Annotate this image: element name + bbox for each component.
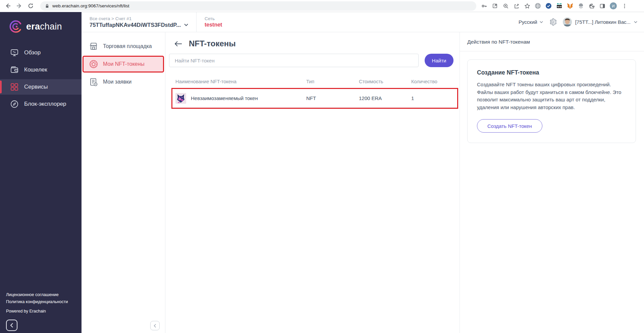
grid-icon (10, 83, 19, 91)
lock-icon (45, 4, 49, 8)
sidebar-footer: Лицензионное соглашение Политика конфиде… (0, 292, 82, 333)
address-bar[interactable]: web.erachain.org:9067/services/nft/list (40, 1, 476, 11)
browser-menu-icon[interactable] (621, 3, 628, 9)
arrow-left-icon (174, 41, 182, 47)
create-nft-card: Создание NFT-токена Создавайте NFT токен… (467, 59, 636, 143)
table-row[interactable]: Невзаимозаменяемый токен NFT 1200 ERA 1 (172, 89, 457, 108)
key-icon[interactable] (481, 3, 487, 9)
user-name: [75TT...] Литовкин Вас... (575, 19, 631, 25)
browser-forward-icon[interactable] (15, 2, 23, 10)
browser-back-icon[interactable] (3, 2, 12, 10)
col-header-type: Тип (306, 79, 359, 84)
submenu-item-my-nft[interactable]: Мои NFT-токены (84, 57, 163, 72)
submenu-item-label: Торговая площадка (103, 43, 152, 49)
sidebar-collapse-button[interactable] (6, 320, 17, 331)
chevron-down-icon (634, 21, 637, 23)
sidebar-item-wallet[interactable]: Кошелек (0, 62, 82, 78)
sidebar-item-label: Блок-эксплорер (24, 101, 66, 107)
page-title: NFT-токены (189, 39, 236, 48)
breadcrumb: Все счета > Счет #1 (90, 16, 188, 21)
monitor-icon (10, 48, 19, 57)
submenu-collapse-button[interactable] (150, 321, 160, 330)
user-menu[interactable]: [75TT...] Литовкин Вас... (563, 17, 637, 27)
sidebar-item-label: Кошелек (24, 66, 47, 73)
gear-icon[interactable] (549, 18, 557, 26)
nft-qty: 1 (411, 95, 457, 101)
account-selector[interactable]: Все счета > Счет #1 75TTuffapNKAv44DiWTS… (90, 16, 188, 28)
license-link[interactable]: Лицензионное соглашение (6, 292, 75, 297)
table-header: Наименование NFT-токена Тип Стоимость Ко… (172, 79, 457, 89)
puzzle-icon[interactable] (588, 3, 595, 9)
card-text: Создавайте NFT токены ваших цифровых про… (477, 81, 626, 111)
language-selector[interactable]: Русский (519, 19, 543, 25)
account-address: 75TTuffapNKAv44DiWTS3FDstdP... (90, 22, 181, 28)
nft-type: NFT (306, 95, 359, 101)
submenu-item-marketplace[interactable]: Торговая площадка (84, 39, 163, 54)
chevron-left-icon (154, 324, 156, 328)
nft-thumbnail (175, 93, 186, 104)
sidebar-item-label: Обзор (24, 49, 41, 56)
browser-profile-avatar[interactable]: И (610, 2, 617, 9)
user-avatar (563, 17, 572, 27)
erachain-logo-icon (9, 19, 23, 34)
metamask-icon[interactable] (567, 3, 573, 9)
check-badge-icon[interactable] (545, 3, 552, 9)
back-button[interactable] (174, 41, 182, 47)
browser-extensions-row: NEW И (481, 2, 629, 9)
star-icon[interactable] (524, 3, 530, 9)
share-icon[interactable] (513, 3, 520, 9)
side-panel-icon[interactable] (599, 3, 605, 9)
nft-name: Невзаимозаменяемый токен (191, 95, 258, 101)
col-header-name: Наименование NFT-токена (175, 79, 306, 84)
storefront-icon (89, 42, 98, 51)
network-indicator: Сеть testnet (205, 16, 222, 28)
search-button[interactable]: Найти (425, 54, 453, 67)
submenu-item-label: Мои NFT-токены (103, 61, 145, 67)
services-submenu: Торговая площадка Мои NFT-токены Мои зая… (82, 32, 165, 333)
nft-main-panel: NFT-токены Найти Наименование NFT-токена… (165, 32, 460, 333)
compass-icon (10, 100, 19, 108)
open-in-new-icon[interactable] (492, 3, 498, 9)
network-label: Сеть (205, 16, 222, 21)
sidebar-item-services[interactable]: Сервисы (0, 79, 82, 95)
browser-refresh-icon[interactable] (26, 2, 35, 10)
col-header-qty: Количество (411, 79, 457, 84)
powered-by-label: Powered by Erachain (6, 309, 75, 314)
sidebar-menu: Обзор Кошелек Сервисы Блок-эксплорер (0, 45, 82, 113)
zoom-icon[interactable] (502, 3, 509, 9)
privacy-link[interactable]: Политика конфиденциальности (6, 299, 75, 304)
wallet-icon (10, 65, 19, 74)
browser-toolbar: web.erachain.org:9067/services/nft/list (0, 0, 644, 12)
chevron-left-icon (10, 323, 13, 328)
url-text: web.erachain.org:9067/services/nft/list (52, 3, 129, 8)
nft-table: Наименование NFT-токена Тип Стоимость Ко… (172, 79, 457, 108)
nft-actions-panel: Действия по NFT-токенам Создание NFT-ток… (460, 32, 644, 333)
chevron-down-icon (540, 21, 543, 23)
shield-icon[interactable] (578, 3, 584, 9)
aside-title: Действия по NFT-токенам (467, 39, 636, 45)
nft-coin-icon (89, 59, 98, 69)
network-value: testnet (205, 22, 222, 28)
orders-doc-icon (89, 77, 98, 87)
globe-icon[interactable] (535, 3, 541, 9)
header-divider (196, 12, 197, 32)
search-input[interactable] (169, 54, 419, 67)
aside-divider (460, 51, 644, 51)
language-label: Русский (519, 19, 537, 25)
sidebar-item-explorer[interactable]: Блок-эксплорер (0, 96, 82, 112)
nft-price: 1200 ERA (359, 95, 411, 101)
submenu-item-my-orders[interactable]: Мои заявки (84, 75, 163, 89)
primary-sidebar: erachain Обзор Кошелек Сервисы Блок-эксп… (0, 12, 82, 333)
sidebar-item-overview[interactable]: Обзор (0, 45, 82, 60)
create-nft-button[interactable]: Создать NFT-токен (477, 119, 542, 133)
erachain-logo[interactable]: erachain (0, 12, 82, 41)
col-header-price: Стоимость (359, 79, 411, 84)
erachain-logo-text: erachain (26, 21, 62, 32)
chevron-down-icon (184, 23, 188, 26)
sidebar-item-label: Сервисы (24, 84, 48, 90)
new-badge-icon[interactable]: NEW (556, 3, 562, 9)
submenu-item-label: Мои заявки (103, 79, 131, 85)
new-badge-text: NEW (557, 6, 562, 8)
app-header: Все счета > Счет #1 75TTuffapNKAv44DiWTS… (82, 12, 644, 32)
card-title: Создание NFT-токена (477, 69, 626, 76)
